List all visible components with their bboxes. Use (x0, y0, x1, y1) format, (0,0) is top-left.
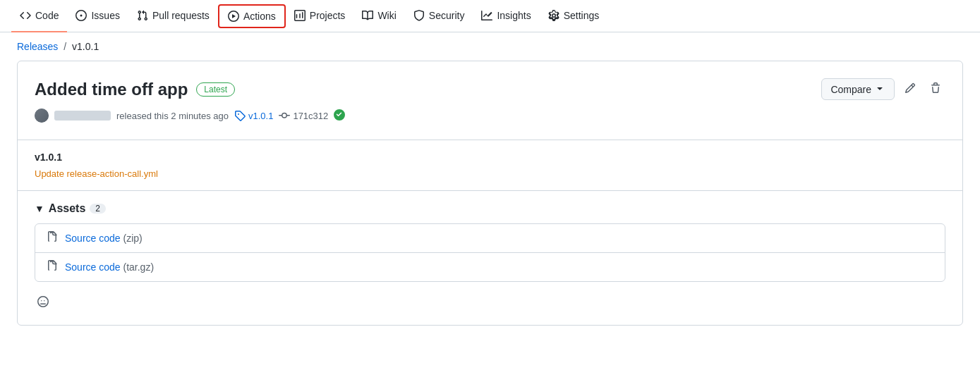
tag-icon (234, 110, 246, 121)
avatar-image (35, 109, 49, 123)
issue-icon (75, 10, 87, 21)
insights-icon (481, 10, 492, 21)
nav-label-projects: Projects (310, 10, 346, 21)
nav-item-code[interactable]: Code (11, 0, 67, 32)
nav-label-insights: Insights (497, 10, 531, 21)
release-header: Added time off app Latest Compare (18, 61, 962, 140)
release-commit: 171c312 (279, 110, 328, 121)
compare-label: Compare (830, 84, 871, 95)
emoji-reaction-button[interactable] (35, 293, 52, 314)
nav-item-security[interactable]: Security (405, 0, 473, 32)
delete-button[interactable] (926, 78, 945, 100)
nav-item-pull-requests[interactable]: Pull requests (128, 0, 218, 32)
emoji-icon (37, 296, 49, 307)
settings-icon (548, 10, 559, 21)
nav-item-settings[interactable]: Settings (540, 0, 608, 32)
release-title-left: Added time off app Latest (35, 80, 235, 99)
assets-chevron-icon: ▼ (35, 203, 44, 214)
breadcrumb-separator: / (63, 41, 66, 52)
asset-item-tar[interactable]: Source code (tar.gz) (35, 253, 945, 281)
release-card: Added time off app Latest Compare (17, 61, 963, 326)
assets-header[interactable]: ▼ Assets 2 (35, 202, 945, 215)
assets-title: Assets (49, 202, 85, 215)
release-title-row: Added time off app Latest Compare (35, 78, 945, 100)
release-actions: Compare (821, 78, 945, 100)
latest-badge: Latest (196, 82, 235, 97)
compare-chevron-icon (874, 82, 885, 96)
edit-icon (905, 82, 916, 94)
nav-label-issues: Issues (91, 10, 119, 21)
nav-label-wiki: Wiki (377, 10, 396, 21)
asset-file-icon-zip (47, 231, 58, 245)
username-blurred (54, 111, 111, 121)
code-icon (20, 10, 31, 21)
release-time: released this 2 minutes ago (116, 111, 229, 121)
top-nav: Code Issues Pull requests Actions Projec… (0, 0, 980, 32)
release-meta: released this 2 minutes ago v1.0.1 171c3… (35, 109, 945, 123)
commit-icon (279, 110, 290, 121)
compare-button[interactable]: Compare (821, 78, 895, 100)
release-tag-value: v1.0.1 (248, 111, 273, 121)
release-title: Added time off app (35, 80, 188, 99)
assets-section: ▼ Assets 2 Source code (zip) (18, 191, 962, 325)
asset-name-zip: Source code (65, 233, 121, 244)
release-commit-value: 171c312 (293, 111, 328, 121)
nav-item-wiki[interactable]: Wiki (353, 0, 404, 32)
nav-item-actions[interactable]: Actions (218, 4, 286, 28)
asset-link-tar[interactable]: Source code (tar.gz) (65, 261, 154, 273)
wiki-icon (362, 10, 373, 21)
security-icon (413, 10, 425, 21)
release-notes: Update release-action-call.yml (35, 168, 945, 179)
nav-label-code: Code (35, 10, 59, 21)
main-content: Added time off app Latest Compare (0, 61, 980, 342)
status-check-icon (334, 109, 345, 123)
pull-request-icon (137, 10, 148, 21)
asset-name-tar: Source code (65, 261, 121, 273)
release-tag: v1.0.1 (234, 110, 273, 121)
nav-label-security: Security (429, 10, 465, 21)
asset-list: Source code (zip) Source code (tar.gz) (35, 223, 945, 282)
edit-button[interactable] (900, 78, 920, 100)
asset-format-zip: (zip) (123, 233, 143, 244)
nav-label-settings: Settings (564, 10, 600, 21)
asset-item-zip[interactable]: Source code (zip) (35, 224, 945, 253)
asset-file-icon-tar (47, 260, 58, 274)
projects-icon (294, 10, 306, 21)
release-version: v1.0.1 (35, 152, 945, 163)
nav-label-pull-requests: Pull requests (152, 10, 210, 21)
asset-format-tar: (tar.gz) (123, 261, 155, 273)
actions-icon (228, 11, 239, 22)
nav-item-issues[interactable]: Issues (67, 0, 128, 32)
release-body: v1.0.1 Update release-action-call.yml (18, 140, 962, 191)
trash-icon (930, 82, 941, 94)
nav-label-actions: Actions (243, 11, 276, 22)
avatar (35, 109, 49, 123)
breadcrumb-current: v1.0.1 (72, 41, 99, 52)
asset-link-zip[interactable]: Source code (zip) (65, 233, 143, 244)
breadcrumb: Releases / v1.0.1 (0, 32, 980, 61)
nav-item-projects[interactable]: Projects (286, 0, 354, 32)
breadcrumb-parent[interactable]: Releases (17, 41, 58, 52)
nav-item-insights[interactable]: Insights (473, 0, 539, 32)
assets-count: 2 (90, 204, 106, 214)
